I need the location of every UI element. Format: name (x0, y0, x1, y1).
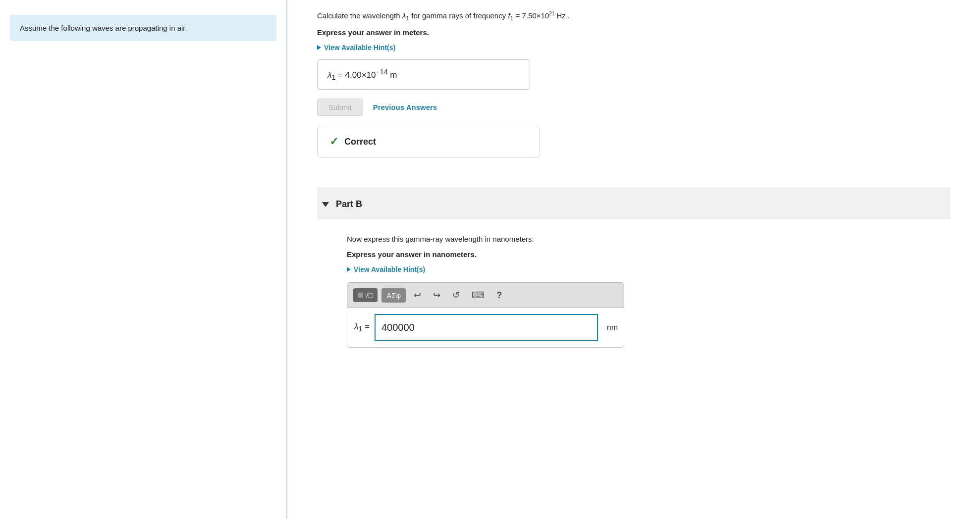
part-a-answer-box: λ1 = 4.00×10−14 m (317, 59, 530, 90)
input-lambda-label: λ1 = (354, 322, 370, 333)
right-panel: Calculate the wavelength λ1 for gamma ra… (287, 0, 980, 519)
part-a-answer-text: λ1 = 4.00×10−14 m (327, 68, 397, 81)
part-b-question: Now express this gamma-ray wavelength in… (347, 233, 921, 245)
math-toolbar: √□ ΑΣφ ↩ ↪ ↺ ⌨ (347, 283, 624, 308)
unit-label: nm (603, 323, 618, 332)
part-b-label: Part B (336, 199, 362, 209)
radical-button[interactable]: √□ (353, 288, 378, 302)
math-input-container: √□ ΑΣφ ↩ ↪ ↺ ⌨ (347, 282, 624, 348)
part-b-section: Part B Now express this gamma-ray wavele… (317, 187, 950, 348)
radical-square-icon: √□ (358, 291, 373, 299)
context-text: Assume the following waves are propagati… (20, 24, 187, 32)
part-b-instruction: Express your answer in nanometers. (347, 250, 921, 259)
undo-icon: ↩ (414, 290, 421, 300)
help-button[interactable]: ? (492, 288, 506, 303)
help-icon: ? (496, 290, 502, 300)
keyboard-icon: ⌨ (472, 290, 485, 300)
part-b-header[interactable]: Part B (317, 199, 950, 219)
refresh-icon: ↺ (452, 290, 460, 300)
input-row: λ1 = nm (347, 308, 624, 347)
left-panel: Assume the following waves are propagati… (0, 0, 287, 519)
undo-button[interactable]: ↩ (410, 288, 425, 303)
correct-box: ✓ Correct (317, 126, 540, 157)
hint-link-label: View Available Hint(s) (324, 44, 395, 52)
hint-arrow-icon (317, 45, 321, 50)
context-box: Assume the following waves are propagati… (10, 15, 276, 41)
redo-button[interactable]: ↪ (429, 288, 444, 303)
refresh-button[interactable]: ↺ (448, 288, 464, 303)
answer-input[interactable] (375, 314, 598, 341)
part-a-hint-link[interactable]: View Available Hint(s) (317, 44, 950, 52)
part-a-button-row: Submit Previous Answers (317, 99, 950, 116)
part-a-content: Calculate the wavelength λ1 for gamma ra… (317, 10, 950, 187)
part-b-chevron-icon (322, 202, 329, 207)
keyboard-button[interactable]: ⌨ (468, 288, 489, 303)
previous-answers-link[interactable]: Previous Answers (373, 103, 437, 111)
small-square-icon (358, 293, 363, 298)
part-b-hint-label: View Available Hint(s) (354, 265, 425, 273)
part-b-content: Now express this gamma-ray wavelength in… (317, 219, 950, 348)
part-a-question: Calculate the wavelength λ1 for gamma ra… (317, 10, 950, 23)
correct-label: Correct (344, 137, 376, 147)
part-b-hint-arrow-icon (347, 267, 351, 272)
part-a-instruction: Express your answer in meters. (317, 28, 950, 37)
symbol-btn-label: ΑΣφ (386, 291, 401, 300)
checkmark-icon: ✓ (329, 135, 338, 148)
part-b-hint-link[interactable]: View Available Hint(s) (347, 265, 921, 273)
submit-button[interactable]: Submit (317, 99, 363, 116)
redo-icon: ↪ (433, 290, 440, 300)
symbol-button[interactable]: ΑΣφ (381, 288, 406, 303)
